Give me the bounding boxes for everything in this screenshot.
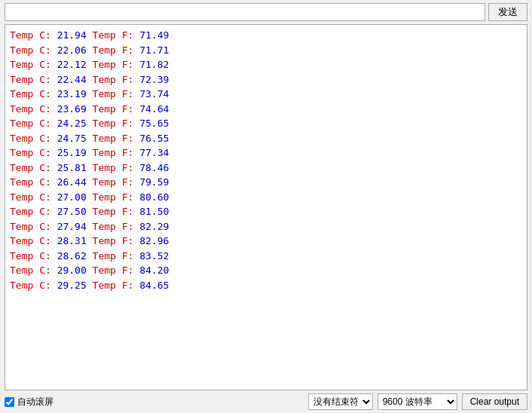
line-ending-select[interactable]: 没有结束符换行回车换行+回车 [308, 393, 373, 410]
table-row: Temp C: 22.06 Temp F: 71.71 [10, 43, 522, 58]
temp-c-label: Temp C: [10, 133, 57, 144]
temp-f-value: 71.71 [139, 44, 169, 56]
table-row: Temp C: 25.19 Temp F: 77.34 [10, 145, 522, 161]
temp-f-value: 71.49 [139, 29, 169, 41]
temp-f-value: 82.96 [139, 235, 169, 246]
temp-f-label: Temp F: [87, 44, 139, 56]
temp-f-value: 73.74 [139, 88, 169, 99]
auto-scroll-label[interactable]: 自动滚屏 [5, 396, 54, 408]
table-row: Temp C: 24.75 Temp F: 76.55 [10, 131, 522, 146]
table-row: Temp C: 27.94 Temp F: 82.29 [10, 219, 522, 234]
temp-c-value: 26.44 [57, 176, 87, 188]
temp-c-value: 27.00 [57, 191, 87, 203]
temp-c-value: 29.00 [57, 265, 87, 276]
temp-f-label: Temp F: [87, 133, 139, 144]
temp-c-label: Temp C: [10, 88, 57, 99]
temp-c-label: Temp C: [10, 176, 57, 188]
send-button[interactable]: 发送 [488, 3, 527, 21]
temp-c-label: Temp C: [10, 250, 57, 262]
temp-f-value: 81.50 [139, 206, 169, 217]
temp-c-value: 27.50 [57, 206, 87, 217]
temp-c-value: 22.44 [57, 74, 87, 85]
table-row: Temp C: 25.81 Temp F: 78.46 [10, 161, 522, 176]
temp-f-value: 72.39 [139, 74, 169, 85]
temp-c-label: Temp C: [10, 162, 57, 173]
baud-rate-select[interactable]: 300 波特率1200 波特率2400 波特率4800 波特率9600 波特率1… [378, 393, 457, 410]
command-input[interactable] [5, 3, 485, 21]
temp-f-value: 74.64 [139, 103, 169, 115]
temp-c-value: 24.75 [57, 133, 87, 144]
temp-c-label: Temp C: [10, 265, 57, 276]
temp-f-label: Temp F: [87, 59, 139, 70]
temp-f-label: Temp F: [87, 88, 139, 99]
temp-c-label: Temp C: [10, 29, 57, 41]
main-container: 发送 Temp C: 21.94 Temp F: 71.49Temp C: 22… [0, 0, 532, 413]
temp-c-value: 23.19 [57, 88, 87, 99]
table-row: Temp C: 27.00 Temp F: 80.60 [10, 190, 522, 205]
temp-c-label: Temp C: [10, 147, 57, 158]
temp-f-value: 77.34 [139, 147, 169, 158]
table-row: Temp C: 28.62 Temp F: 83.52 [10, 249, 522, 264]
table-row: Temp C: 29.00 Temp F: 84.20 [10, 263, 522, 278]
table-row: Temp C: 21.94 Temp F: 71.49 [10, 28, 522, 43]
top-bar: 发送 [0, 0, 532, 24]
bottom-bar: 自动滚屏 没有结束符换行回车换行+回车 300 波特率1200 波特率2400 … [0, 390, 532, 413]
temp-f-label: Temp F: [87, 235, 139, 246]
temp-f-label: Temp F: [87, 280, 139, 291]
clear-output-button[interactable]: Clear output [462, 393, 527, 410]
temp-f-label: Temp F: [87, 265, 139, 276]
temp-f-value: 76.55 [139, 133, 169, 144]
table-row: Temp C: 24.25 Temp F: 75.65 [10, 116, 522, 131]
temp-c-label: Temp C: [10, 221, 57, 232]
table-row: Temp C: 27.50 Temp F: 81.50 [10, 204, 522, 219]
temp-f-value: 78.46 [139, 162, 169, 173]
temp-c-label: Temp C: [10, 118, 57, 129]
temp-f-label: Temp F: [87, 162, 139, 173]
temp-c-label: Temp C: [10, 44, 57, 56]
temp-f-label: Temp F: [87, 74, 139, 85]
temp-c-value: 25.19 [57, 147, 87, 158]
temp-c-label: Temp C: [10, 103, 57, 115]
temp-f-value: 84.65 [139, 280, 169, 291]
temp-f-value: 71.82 [139, 59, 169, 70]
temp-f-label: Temp F: [87, 103, 139, 115]
temp-c-label: Temp C: [10, 191, 57, 203]
auto-scroll-checkbox[interactable] [5, 397, 14, 407]
output-area[interactable]: Temp C: 21.94 Temp F: 71.49Temp C: 22.06… [5, 24, 527, 390]
temp-c-value: 25.81 [57, 162, 87, 173]
temp-c-value: 28.62 [57, 250, 87, 262]
table-row: Temp C: 26.44 Temp F: 79.59 [10, 175, 522, 190]
temp-c-label: Temp C: [10, 206, 57, 217]
temp-f-value: 82.29 [139, 221, 169, 232]
temp-c-value: 22.06 [57, 44, 87, 56]
temp-c-value: 21.94 [57, 29, 87, 41]
temp-f-value: 83.52 [139, 250, 169, 262]
table-row: Temp C: 23.19 Temp F: 73.74 [10, 87, 522, 102]
table-row: Temp C: 23.69 Temp F: 74.64 [10, 102, 522, 117]
temp-f-label: Temp F: [87, 191, 139, 203]
table-row: Temp C: 28.31 Temp F: 82.96 [10, 234, 522, 249]
table-row: Temp C: 22.12 Temp F: 71.82 [10, 57, 522, 72]
temp-f-value: 75.65 [139, 118, 169, 129]
auto-scroll-text: 自动滚屏 [17, 396, 54, 408]
temp-f-value: 79.59 [139, 176, 169, 188]
temp-c-label: Temp C: [10, 59, 57, 70]
temp-f-value: 84.20 [139, 265, 169, 276]
temp-f-label: Temp F: [87, 29, 139, 41]
temp-c-value: 24.25 [57, 118, 87, 129]
temp-f-label: Temp F: [87, 206, 139, 217]
temp-c-value: 22.12 [57, 59, 87, 70]
temp-f-label: Temp F: [87, 147, 139, 158]
temp-f-label: Temp F: [87, 176, 139, 188]
table-row: Temp C: 29.25 Temp F: 84.65 [10, 278, 522, 293]
temp-c-value: 29.25 [57, 280, 87, 291]
temp-c-label: Temp C: [10, 235, 57, 246]
temp-c-value: 27.94 [57, 221, 87, 232]
temp-c-value: 28.31 [57, 235, 87, 246]
table-row: Temp C: 22.44 Temp F: 72.39 [10, 72, 522, 87]
temp-f-value: 80.60 [139, 191, 169, 203]
temp-c-label: Temp C: [10, 74, 57, 85]
temp-f-label: Temp F: [87, 250, 139, 262]
temp-c-label: Temp C: [10, 280, 57, 291]
temp-c-value: 23.69 [57, 103, 87, 115]
